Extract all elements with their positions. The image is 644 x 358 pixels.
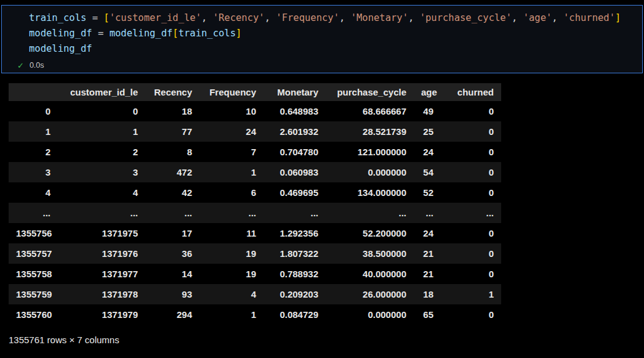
code-token: , (552, 12, 563, 23)
row-index: 1355760 (9, 304, 58, 325)
table-row: 1355757137197636191.80732238.500000210 (9, 243, 501, 264)
code-token: , (339, 12, 351, 23)
cell-value: 14 (145, 264, 199, 284)
cell-value: 0 (441, 182, 501, 203)
cell-value: 0.209203 (264, 284, 326, 304)
cell-value: 40.000000 (326, 264, 414, 284)
cell-value: 77 (145, 121, 199, 142)
code-line[interactable]: train_cols = ['customer_id_le', 'Recency… (29, 10, 642, 26)
code-token: [ (103, 12, 109, 23)
cell-value: 28.521739 (326, 121, 414, 142)
table-row: 1355758137197714190.78893240.000000210 (9, 264, 501, 284)
code-token: ] (615, 12, 621, 23)
execution-time: 0.0s (30, 61, 44, 70)
code-line[interactable]: modeling_df (29, 41, 642, 57)
cell-value: 21 (414, 243, 441, 264)
column-header (9, 83, 58, 101)
code-cell[interactable]: train_cols = ['customer_id_le', 'Recency… (1, 5, 643, 73)
code-token: ] (236, 28, 241, 39)
row-index: ... (9, 203, 58, 223)
cell-value: 93 (145, 284, 199, 304)
cell-value: 0.648983 (264, 101, 326, 121)
cell-value: 49 (414, 101, 441, 121)
cell-value: 0 (441, 142, 501, 162)
cell-value: ... (414, 203, 441, 223)
cell-value: 2 (58, 142, 145, 162)
row-index: 1 (9, 121, 58, 142)
cell-value: 0 (441, 304, 501, 325)
code-line[interactable]: modeling_df = modeling_df[train_cols] (29, 26, 642, 41)
cell-value: 7 (199, 142, 264, 162)
row-index: 1355758 (9, 264, 58, 284)
cell-value: 134.000000 (326, 182, 414, 203)
cell-value: ... (441, 203, 501, 223)
cell-value: 24 (414, 142, 441, 162)
table-row: 1355760137197929410.0847290.000000650 (9, 304, 501, 325)
cell-value: 0.704780 (264, 142, 326, 162)
cell-value: 0 (441, 121, 501, 142)
table-row: 0018100.64898368.666667490 (9, 101, 501, 121)
code-token: , (408, 12, 420, 23)
cell-value: 24 (414, 223, 441, 243)
code-token: train_cols (179, 28, 236, 39)
code-token: , (265, 12, 276, 23)
column-header: Recency (145, 83, 199, 101)
row-index: 2 (9, 142, 58, 162)
code-token: = (92, 28, 110, 39)
cell-value: 19 (199, 264, 264, 284)
cell-value: 1.292356 (264, 223, 326, 243)
cell-value: 3 (58, 162, 145, 182)
code-editor[interactable]: train_cols = ['customer_id_le', 'Recency… (2, 10, 642, 57)
code-token: [ (172, 28, 178, 39)
code-token: 'Monetary' (351, 12, 408, 23)
column-header: churned (441, 83, 501, 101)
cell-value: 1 (441, 284, 501, 304)
cell-value: 0 (441, 162, 501, 182)
table-row: 444260.469695134.000000520 (9, 182, 501, 203)
table-row: 1355756137197517111.29235652.200000240 (9, 223, 501, 243)
cell-value: ... (326, 203, 414, 223)
cell-value: 18 (145, 101, 199, 121)
cell-value: 0.469695 (264, 182, 326, 203)
cell-value: 1371976 (58, 243, 145, 264)
column-header: purchase_cycle (326, 83, 414, 101)
code-token: 'churned' (563, 12, 615, 23)
cell-value: 0 (441, 243, 501, 264)
cell-value: 17 (145, 223, 199, 243)
cell-value: 0.000000 (326, 162, 414, 182)
cell-value: 42 (145, 182, 199, 203)
code-token: , (201, 12, 213, 23)
code-token: train_cols (29, 12, 86, 23)
row-index: 3 (9, 162, 58, 182)
cell-value: ... (264, 203, 326, 223)
cell-value: ... (58, 203, 145, 223)
cell-value: 36 (145, 243, 199, 264)
cell-value: 68.666667 (326, 101, 414, 121)
cell-value: 0.788932 (264, 264, 326, 284)
table-body: 0018100.64898368.6666674901177242.601932… (9, 101, 501, 325)
cell-value: 472 (145, 162, 199, 182)
cell-value: 1.807322 (264, 243, 326, 264)
table-header-row: customer_id_leRecencyFrequencyMonetarypu… (9, 83, 501, 101)
execution-status: ✓ 0.0s (2, 57, 642, 71)
cell-value: 0 (441, 264, 501, 284)
cell-value: 4 (199, 284, 264, 304)
column-header: customer_id_le (58, 83, 145, 101)
cell-value: 21 (414, 264, 441, 284)
code-token: 'purchase_cycle' (420, 12, 512, 23)
code-token: 'age' (523, 12, 552, 23)
code-token: 'customer_id_le' (110, 12, 201, 23)
cell-value: 1371979 (58, 304, 145, 325)
cell-value: ... (145, 203, 199, 223)
table-row: ........................ (9, 203, 501, 223)
column-header: age (414, 83, 441, 101)
cell-value: 4 (58, 182, 145, 203)
cell-value: 24 (199, 121, 264, 142)
row-index: 0 (9, 101, 58, 121)
code-token: 'Frequency' (276, 12, 339, 23)
cell-value: 6 (199, 182, 264, 203)
cell-value: 19 (199, 243, 264, 264)
cell-value: 2.601932 (264, 121, 326, 142)
cell-value: 1371978 (58, 284, 145, 304)
cell-value: 65 (414, 304, 441, 325)
